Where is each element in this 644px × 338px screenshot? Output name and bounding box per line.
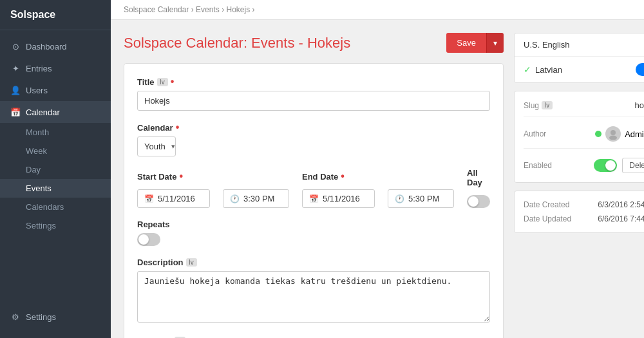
svg-point-1 <box>609 136 617 140</box>
clock-icon-start: 🕐 <box>230 194 240 203</box>
lang-english: U.S. English <box>515 33 644 57</box>
calendar-icon: 📅 <box>10 107 21 117</box>
description-field-group: Description lv Jauniešu hokeja komanda t… <box>137 258 490 324</box>
repeats-label: Repeats <box>137 220 490 229</box>
calendar-icon-start: 📅 <box>144 194 154 203</box>
repeats-group: Repeats <box>137 220 490 246</box>
calendar-select-wrapper: Youth Senior Junior ▾ <box>137 136 176 156</box>
form-card: Title lv • Calendar • Youth <box>124 63 504 338</box>
author-label: Author <box>524 129 546 138</box>
end-date-input[interactable] <box>323 194 368 203</box>
slug-row: Slug lv hokejs <box>524 100 644 117</box>
right-panel: U.S. English ✓ Latvian Slug lv <box>514 33 644 325</box>
avatar <box>605 126 621 142</box>
calendar-icon-end: 📅 <box>309 194 319 203</box>
author-active-dot <box>595 131 601 137</box>
repeats-toggle[interactable] <box>137 233 160 246</box>
delete-button[interactable]: Delete <box>622 158 644 173</box>
clock-icon-end: 🕐 <box>395 194 404 203</box>
calendar-field-group: Calendar • Youth Senior Junior ▾ <box>137 122 490 156</box>
date-created-value: 6/3/2016 2:54 PM <box>598 200 644 209</box>
page-title: Solspace Calendar: Events - Hokejs <box>124 35 350 52</box>
start-time-input-wrapper[interactable]: 🕐 <box>223 189 289 208</box>
sidebar-sub-day[interactable]: Day <box>0 160 111 179</box>
author-name: Admin <box>625 129 644 139</box>
calendar-label: Calendar • <box>137 122 490 133</box>
description-badge: lv <box>186 258 197 267</box>
all-day-toggle[interactable] <box>467 195 490 208</box>
date-updated-label: Date Updated <box>524 214 571 223</box>
slug-badge: lv <box>542 101 553 109</box>
start-date-input[interactable] <box>158 194 203 203</box>
end-time-input[interactable] <box>408 194 447 203</box>
required-indicator: • <box>171 77 175 87</box>
content-area: Solspace Calendar: Events - Hokejs Save … <box>111 20 644 338</box>
enabled-row: Enabled Delete <box>524 158 644 173</box>
end-time-input-wrapper[interactable]: 🕐 <box>388 189 454 208</box>
sidebar-settings: ⚙ Settings <box>0 301 111 338</box>
latvian-toggle[interactable] <box>636 63 644 76</box>
date-row: Start Date • 📅 🕐 <box>137 168 490 208</box>
lang-latvian[interactable]: ✓ Latvian <box>515 57 644 82</box>
calendar-select[interactable]: Youth Senior Junior <box>138 137 184 156</box>
sidebar-item-calendar[interactable]: 📅 Calendar <box>0 101 111 123</box>
sidebar-item-settings[interactable]: ⚙ Settings <box>10 306 100 328</box>
sidebar-item-label: Users <box>26 86 48 95</box>
end-date-label: End Date • <box>302 171 375 182</box>
sidebar-item-users[interactable]: 👤 Users <box>0 79 111 101</box>
end-date-input-wrapper[interactable]: 📅 <box>302 189 375 208</box>
enabled-label: Enabled <box>524 161 552 170</box>
sidebar-item-label: Calendar <box>26 108 60 117</box>
start-date-label: Start Date • <box>137 171 210 182</box>
main-content: Solspace Calendar › Events › Hokejs › So… <box>111 0 644 338</box>
sidebar: Solspace ⊙ Dashboard ✦ Entries 👤 Users 📅… <box>0 0 111 338</box>
meta-card: Slug lv hokejs Author Admin ✎ <box>514 91 644 183</box>
page-header: Solspace Calendar: Events - Hokejs Save … <box>124 33 504 53</box>
title-input[interactable] <box>137 91 490 111</box>
start-date-required: • <box>179 171 183 182</box>
author-row: Author Admin ✎ <box>524 126 644 149</box>
breadcrumb-solspace[interactable]: Solspace Calendar <box>124 5 189 14</box>
end-date-group: End Date • 📅 <box>302 171 375 208</box>
users-icon: 👤 <box>10 85 21 95</box>
start-time-input[interactable] <box>243 194 282 203</box>
description-textarea[interactable]: Jauniešu hokeja komanda tiekas katru tre… <box>137 271 490 323</box>
sidebar-item-dashboard[interactable]: ⊙ Dashboard <box>0 35 111 57</box>
app-logo: Solspace <box>0 0 111 30</box>
start-time-group: 🕐 <box>223 173 289 208</box>
breadcrumb-events[interactable]: Events <box>196 5 220 14</box>
sidebar-sub-events[interactable]: Events <box>0 179 111 198</box>
sidebar-item-label: Settings <box>26 312 56 322</box>
enabled-toggle[interactable] <box>594 159 617 172</box>
gear-icon: ⚙ <box>10 312 21 322</box>
sidebar-sub-month[interactable]: Month <box>0 123 111 142</box>
date-updated-row: Date Updated 6/6/2016 7:44 PM <box>524 214 644 223</box>
sidebar-sub-settings-cal[interactable]: Settings <box>0 216 111 235</box>
slug-label: Slug lv <box>524 101 553 110</box>
sidebar-sub-week[interactable]: Week <box>0 142 111 160</box>
end-date-required: • <box>341 171 345 182</box>
sidebar-nav: ⊙ Dashboard ✦ Entries 👤 Users 📅 Calendar… <box>0 30 111 301</box>
dates-card: Date Created 6/3/2016 2:54 PM Date Updat… <box>514 191 644 233</box>
sidebar-item-entries[interactable]: ✦ Entries <box>0 57 111 79</box>
title-field-group: Title lv • <box>137 77 490 111</box>
breadcrumb: Solspace Calendar › Events › Hokejs › <box>111 0 644 20</box>
author-value: Admin ✎ <box>595 126 644 142</box>
sidebar-item-label: Dashboard <box>26 42 67 52</box>
calendar-required: • <box>176 122 180 133</box>
save-button-group: Save ▾ <box>446 33 504 53</box>
start-date-group: Start Date • 📅 <box>137 171 210 208</box>
sidebar-sub-calendars[interactable]: Calendars <box>0 198 111 216</box>
save-dropdown-button[interactable]: ▾ <box>486 33 504 53</box>
slug-value: hokejs <box>634 100 644 110</box>
date-created-row: Date Created 6/3/2016 2:54 PM <box>524 200 644 209</box>
title-label: Title lv • <box>137 77 490 87</box>
left-panel: Solspace Calendar: Events - Hokejs Save … <box>124 33 504 325</box>
svg-point-0 <box>611 130 616 135</box>
description-label: Description lv <box>137 258 490 267</box>
save-button[interactable]: Save <box>446 33 486 53</box>
start-date-input-wrapper[interactable]: 📅 <box>137 189 210 208</box>
date-created-label: Date Created <box>524 200 569 209</box>
title-badge: lv <box>157 78 168 86</box>
sidebar-item-label: Entries <box>26 64 52 73</box>
